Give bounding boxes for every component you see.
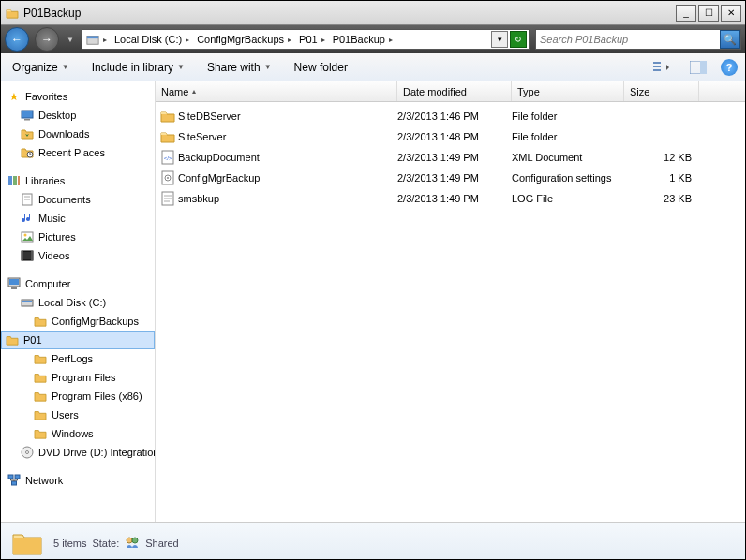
titlebar: P01Backup _ ☐ ✕ bbox=[1, 1, 745, 25]
file-row[interactable]: SiteDBServer2/3/2013 1:46 PMFile folder bbox=[156, 106, 745, 126]
item-count: 5 items bbox=[53, 538, 86, 549]
file-row[interactable]: SiteServer2/3/2013 1:48 PMFile folder bbox=[156, 126, 745, 147]
star-icon: ★ bbox=[7, 89, 22, 104]
tree-documents[interactable]: Documents bbox=[1, 190, 155, 209]
file-row[interactable]: </>BackupDocument2/3/2013 1:49 PMXML Doc… bbox=[156, 147, 745, 168]
col-date[interactable]: Date modified bbox=[397, 81, 512, 101]
svg-rect-11 bbox=[13, 176, 17, 185]
window-controls: _ ☐ ✕ bbox=[676, 5, 741, 22]
toolbar: Organize▼ Include in library▼ Share with… bbox=[1, 53, 745, 81]
folder-icon bbox=[5, 6, 20, 21]
tree-network[interactable]: Network bbox=[1, 471, 155, 490]
svg-rect-8 bbox=[24, 119, 30, 121]
tree-perflogs[interactable]: PerfLogs bbox=[1, 349, 155, 368]
file-type: XML Document bbox=[512, 152, 624, 163]
breadcrumb-item[interactable]: P01▸ bbox=[297, 30, 329, 49]
libraries-icon bbox=[7, 173, 22, 188]
file-date: 2/3/2013 1:46 PM bbox=[397, 111, 512, 122]
file-type: File folder bbox=[512, 111, 624, 122]
xml-icon: </> bbox=[159, 150, 176, 165]
new-folder-button[interactable]: New folder bbox=[291, 58, 351, 77]
breadcrumb-label: Local Disk (C:) bbox=[114, 34, 182, 45]
breadcrumb-item[interactable]: P01Backup▸ bbox=[331, 30, 396, 49]
tree-localdisk[interactable]: Local Disk (C:) bbox=[1, 293, 155, 312]
minimize-button[interactable]: _ bbox=[676, 5, 696, 22]
sort-asc-icon: ▴ bbox=[192, 87, 196, 96]
file-type: File folder bbox=[512, 131, 624, 142]
svg-point-35 bbox=[167, 177, 169, 179]
recent-icon bbox=[20, 145, 35, 160]
folder-icon bbox=[33, 351, 48, 366]
breadcrumb-root-icon[interactable]: ▸ bbox=[84, 30, 111, 49]
tree-videos[interactable]: Videos bbox=[1, 246, 155, 265]
tree-libraries[interactable]: Libraries bbox=[1, 171, 155, 190]
tree-pictures[interactable]: Pictures bbox=[1, 228, 155, 246]
tree-programfiles86[interactable]: Program Files (x86) bbox=[1, 387, 155, 405]
address-bar[interactable]: ▸ Local Disk (C:)▸ ConfigMgrBackups▸ P01… bbox=[82, 29, 530, 50]
breadcrumb-item[interactable]: Local Disk (C:)▸ bbox=[112, 30, 193, 49]
svg-point-41 bbox=[132, 538, 138, 543]
col-name[interactable]: Name▴ bbox=[156, 81, 397, 101]
tree-users[interactable]: Users bbox=[1, 405, 155, 424]
col-type[interactable]: Type bbox=[512, 81, 624, 101]
tree-desktop[interactable]: Desktop bbox=[1, 106, 155, 125]
refresh-button[interactable]: ↻ bbox=[510, 31, 527, 48]
svg-rect-1 bbox=[87, 37, 98, 39]
state-value: Shared bbox=[145, 538, 178, 549]
svg-rect-10 bbox=[8, 176, 12, 185]
tree-programfiles[interactable]: Program Files bbox=[1, 368, 155, 387]
breadcrumb-label: P01Backup bbox=[333, 34, 385, 45]
status-text: 5 items State: Shared bbox=[53, 536, 179, 551]
computer-icon bbox=[7, 276, 22, 291]
breadcrumb-label: P01 bbox=[299, 34, 318, 45]
search-box: 🔍 bbox=[535, 29, 741, 50]
maximize-button[interactable]: ☐ bbox=[698, 5, 719, 22]
svg-rect-20 bbox=[31, 251, 33, 260]
col-size[interactable]: Size bbox=[624, 81, 699, 101]
svg-point-17 bbox=[24, 234, 27, 237]
file-name: SiteServer bbox=[176, 131, 397, 142]
preview-pane-button[interactable] bbox=[685, 58, 711, 77]
tree-dvd[interactable]: DVD Drive (D:) Integration bbox=[1, 443, 155, 462]
log-icon bbox=[159, 191, 176, 206]
file-row[interactable]: ConfigMgrBackup2/3/2013 1:49 PMConfigura… bbox=[156, 168, 745, 188]
svg-rect-3 bbox=[653, 66, 661, 67]
share-with-button[interactable]: Share with▼ bbox=[203, 58, 276, 77]
history-dropdown[interactable]: ▼ bbox=[65, 28, 76, 51]
file-date: 2/3/2013 1:48 PM bbox=[397, 131, 512, 142]
folder-icon bbox=[33, 407, 48, 422]
back-button[interactable]: ← bbox=[5, 27, 29, 52]
breadcrumb-item[interactable]: ConfigMgrBackups▸ bbox=[195, 30, 295, 49]
folder-icon bbox=[33, 426, 48, 441]
column-header: Name▴ Date modified Type Size bbox=[156, 81, 745, 102]
svg-point-40 bbox=[127, 538, 132, 543]
search-input[interactable] bbox=[536, 34, 720, 45]
view-options-button[interactable] bbox=[649, 58, 676, 77]
help-button[interactable]: ? bbox=[721, 59, 738, 76]
tree-configmgrbackups[interactable]: ConfigMgrBackups bbox=[1, 312, 155, 331]
file-name: ConfigMgrBackup bbox=[176, 172, 397, 184]
file-row[interactable]: smsbkup2/3/2013 1:49 PMLOG File23 KB bbox=[156, 188, 745, 209]
tree-recent[interactable]: Recent Places bbox=[1, 143, 155, 162]
search-button[interactable]: 🔍 bbox=[720, 30, 740, 49]
tree-windows[interactable]: Windows bbox=[1, 424, 155, 443]
svg-rect-30 bbox=[12, 481, 17, 485]
file-name: smsbkup bbox=[176, 193, 397, 204]
close-button[interactable]: ✕ bbox=[721, 5, 741, 22]
include-library-button[interactable]: Include in library▼ bbox=[88, 58, 188, 77]
folder-icon bbox=[33, 314, 48, 329]
tree-p01[interactable]: P01 bbox=[1, 331, 155, 349]
content-body: ★Favorites Desktop Downloads Recent Plac… bbox=[1, 81, 745, 522]
tree-music[interactable]: Music bbox=[1, 209, 155, 228]
pictures-icon bbox=[20, 229, 35, 244]
tree-computer[interactable]: Computer bbox=[1, 274, 155, 293]
organize-button[interactable]: Organize▼ bbox=[8, 58, 73, 77]
folder-icon bbox=[33, 389, 48, 404]
videos-icon bbox=[20, 248, 35, 263]
svg-rect-23 bbox=[11, 287, 17, 289]
tree-downloads[interactable]: Downloads bbox=[1, 125, 155, 143]
svg-rect-7 bbox=[22, 111, 33, 118]
forward-button[interactable]: → bbox=[35, 27, 59, 52]
tree-favorites[interactable]: ★Favorites bbox=[1, 87, 155, 106]
address-dropdown[interactable]: ▾ bbox=[491, 31, 508, 48]
